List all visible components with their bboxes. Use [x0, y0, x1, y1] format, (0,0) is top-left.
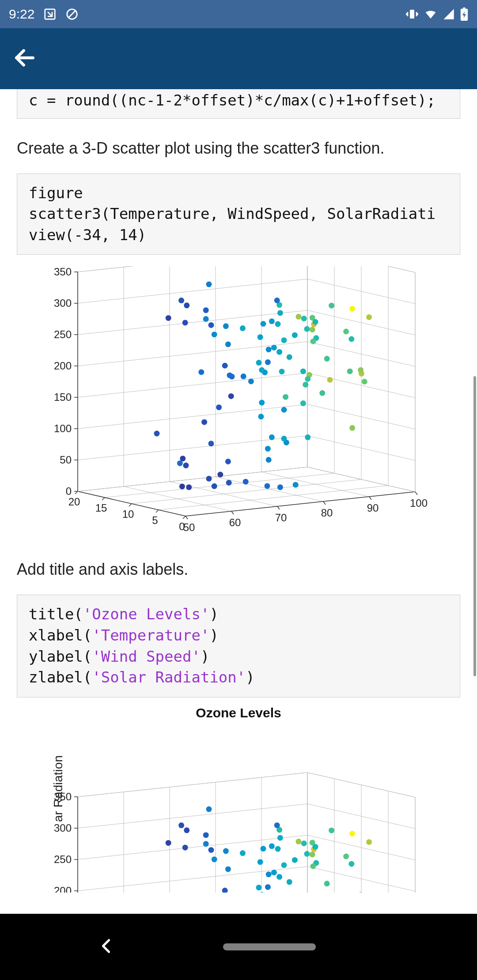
svg-text:200: 200 [54, 885, 72, 893]
svg-point-153 [292, 332, 298, 338]
back-button[interactable] [12, 45, 37, 72]
svg-point-247 [184, 827, 189, 833]
code-block-2: title('Ozone Levels') xlabel('Temperatur… [17, 595, 460, 697]
status-time: 9:22 [9, 7, 34, 22]
svg-point-123 [275, 321, 281, 327]
svg-point-136 [229, 374, 235, 380]
wifi-icon [424, 8, 437, 21]
svg-point-117 [208, 322, 214, 328]
svg-point-145 [349, 425, 355, 431]
nav-home-pill[interactable] [223, 943, 316, 950]
paragraph: Add title and axis labels. [17, 560, 460, 579]
svg-point-101 [182, 320, 188, 326]
svg-point-311 [257, 859, 263, 865]
svg-text:70: 70 [275, 512, 287, 524]
svg-point-157 [217, 472, 223, 478]
svg-point-284 [366, 839, 372, 845]
svg-point-179 [222, 363, 228, 369]
svg-point-160 [305, 434, 310, 440]
svg-point-260 [208, 847, 214, 853]
svg-point-277 [259, 892, 265, 893]
svg-point-236 [178, 822, 184, 828]
svg-point-296 [292, 857, 298, 863]
svg-point-114 [281, 407, 287, 413]
svg-point-106 [296, 314, 302, 320]
svg-line-185 [78, 804, 307, 828]
svg-text:300: 300 [54, 822, 72, 834]
svg-point-144 [358, 367, 363, 373]
svg-point-254 [304, 851, 310, 857]
svg-point-295 [261, 846, 266, 852]
svg-text:100: 100 [410, 497, 428, 509]
svg-point-94 [203, 308, 209, 313]
screenshot-icon [43, 8, 57, 21]
svg-point-242 [212, 856, 217, 862]
svg-point-111 [304, 326, 310, 332]
svg-point-154 [301, 316, 307, 321]
svg-point-298 [310, 852, 315, 857]
svg-line-68 [186, 516, 188, 519]
svg-point-108 [303, 382, 308, 388]
svg-point-168 [257, 335, 263, 340]
content-scroll[interactable]: c = round((nc-1-2*offset)*c/max(c)+1+off… [0, 89, 477, 914]
svg-point-287 [358, 892, 363, 892]
code-block-1: figure scatter3(Temperature, WindSpeed, … [17, 173, 460, 255]
paragraph: Create a 3-D scatter plot using the scat… [17, 139, 460, 158]
svg-point-293 [271, 870, 277, 875]
svg-line-12 [78, 266, 307, 272]
svg-line-88 [75, 491, 78, 494]
svg-point-243 [166, 840, 171, 846]
scrollbar[interactable] [473, 89, 477, 914]
svg-point-134 [259, 367, 265, 373]
svg-point-95 [154, 431, 160, 437]
svg-text:150: 150 [54, 391, 72, 403]
svg-point-127 [313, 319, 318, 325]
svg-point-130 [265, 359, 271, 365]
svg-text:90: 90 [367, 502, 379, 514]
svg-text:0: 0 [66, 485, 72, 497]
svg-point-151 [349, 306, 355, 312]
svg-point-175 [293, 482, 299, 488]
svg-point-270 [313, 844, 318, 849]
nav-back-button[interactable] [97, 937, 115, 957]
svg-point-290 [324, 881, 330, 886]
svg-point-132 [269, 319, 275, 324]
svg-point-322 [222, 887, 228, 892]
svg-point-172 [281, 338, 287, 343]
svg-point-146 [343, 329, 349, 335]
svg-point-138 [276, 349, 282, 355]
svg-point-116 [258, 414, 264, 420]
svg-point-99 [212, 332, 217, 338]
svg-point-169 [180, 456, 186, 462]
chart-2: ar Radiation 150200250300350 [17, 720, 460, 893]
svg-point-148 [287, 354, 292, 360]
svg-point-165 [225, 459, 231, 464]
svg-point-181 [212, 483, 217, 489]
svg-text:10: 10 [122, 508, 134, 520]
svg-point-166 [201, 419, 207, 425]
svg-point-280 [277, 835, 283, 841]
svg-point-147 [324, 356, 330, 362]
svg-point-173 [198, 369, 204, 375]
svg-point-150 [271, 345, 277, 351]
svg-text:250: 250 [54, 328, 72, 340]
svg-line-7 [78, 404, 307, 429]
svg-point-91 [241, 373, 246, 379]
svg-point-113 [348, 336, 354, 342]
svg-point-161 [300, 400, 306, 406]
android-nav-bar [0, 914, 477, 980]
svg-line-70 [231, 511, 234, 514]
svg-point-141 [366, 314, 372, 320]
scrollbar-thumb[interactable] [473, 376, 476, 676]
svg-point-164 [208, 441, 214, 447]
svg-point-93 [178, 298, 184, 303]
svg-point-142 [347, 369, 353, 374]
svg-point-92 [228, 393, 234, 399]
svg-point-139 [310, 339, 316, 344]
svg-line-218 [78, 773, 307, 797]
svg-text:200: 200 [54, 360, 72, 372]
svg-point-292 [256, 885, 262, 890]
svg-point-237 [203, 832, 209, 838]
svg-point-137 [277, 310, 283, 316]
svg-point-98 [186, 485, 192, 490]
